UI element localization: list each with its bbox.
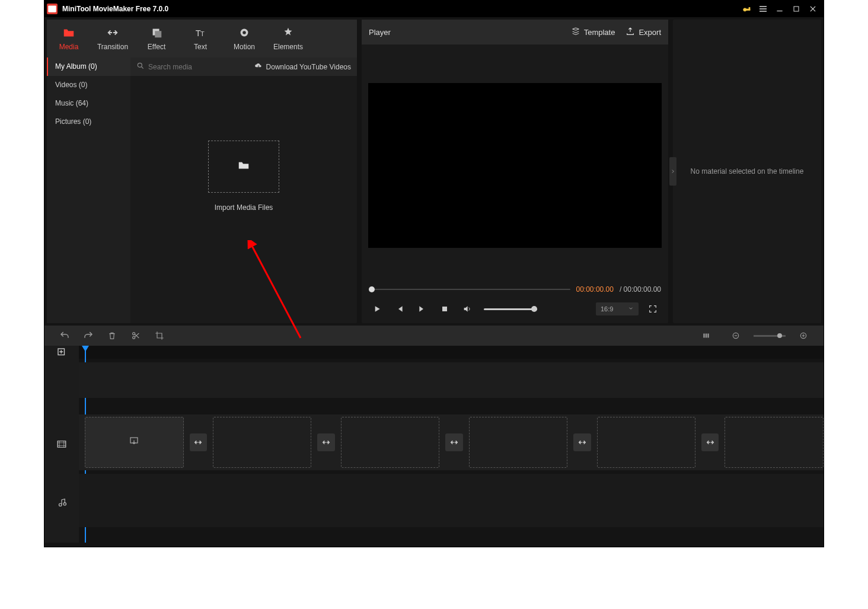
template-button[interactable]: Template [571,27,615,38]
tab-effect-label: Effect [148,43,165,51]
fit-zoom-button[interactable] [694,326,718,346]
transition-slot[interactable] [317,433,334,451]
player-panel: Player Template Export [362,20,668,323]
sidebar-item-music[interactable]: Music (64) [47,94,130,113]
svg-rect-0 [48,5,56,12]
svg-rect-17 [706,334,707,338]
asset-tab-bar: Media Transition Effect TT Text Motion [47,20,357,58]
volume-button[interactable] [459,301,476,317]
aspect-ratio-value: 16:9 [601,305,613,313]
clip-slot[interactable] [469,417,568,468]
svg-rect-4 [794,7,799,11]
edit-toolbar [44,326,824,346]
effects-track[interactable] [79,362,824,398]
timeline-body[interactable] [79,346,824,543]
svg-rect-6 [155,31,161,37]
add-track-button[interactable] [44,346,79,359]
fullscreen-button[interactable] [644,301,661,317]
scrub-thumb[interactable] [369,286,375,292]
tab-transition[interactable]: Transition [91,20,135,58]
media-sidebar: My Album (0) Videos (0) Music (64) Pictu… [47,58,130,323]
sidebar-item-label: Pictures (0) [55,117,91,126]
tab-text[interactable]: TT Text [178,20,222,58]
tab-effect[interactable]: Effect [135,20,178,58]
svg-point-11 [138,63,142,67]
timeline-area [44,326,824,543]
media-panel: Media Transition Effect TT Text Motion [47,20,357,323]
upgrade-key-icon[interactable] [738,1,755,17]
collapse-handle[interactable] [669,157,676,186]
clip-slot[interactable] [341,417,440,468]
clip-slot[interactable] [213,417,312,468]
search-input[interactable] [148,63,250,71]
template-icon [571,27,580,38]
close-button[interactable] [805,1,821,17]
svg-text:T: T [200,30,205,37]
transition-slot[interactable] [190,433,207,451]
sidebar-item-label: Videos (0) [55,81,87,89]
svg-rect-16 [703,334,704,338]
transition-slot[interactable] [701,433,719,451]
properties-empty-message: No material selected on the timeline [691,167,804,176]
next-frame-button[interactable] [414,301,430,317]
tab-media[interactable]: Media [47,20,91,58]
transition-slot[interactable] [573,433,591,451]
volume-slider[interactable] [484,308,537,310]
zoom-out-button[interactable] [724,326,748,346]
tab-elements[interactable]: Elements [266,20,310,58]
transition-slot[interactable] [445,433,462,451]
split-button[interactable] [124,326,148,346]
timeline-gutter [44,346,79,543]
download-youtube-label: Download YouTube Videos [266,63,351,71]
cloud-download-icon [254,62,263,72]
zoom-in-button[interactable] [792,326,815,346]
chevron-down-icon [628,305,634,313]
export-label: Export [639,28,661,37]
svg-point-10 [242,31,246,34]
timeline-ruler[interactable] [79,346,824,359]
scrub-slider[interactable] [369,289,570,290]
delete-button[interactable] [100,326,124,346]
import-media-label: Import Media Files [215,203,273,212]
tab-text-label: Text [194,43,207,51]
zoom-thumb[interactable] [777,333,782,338]
app-title: MiniTool MovieMaker Free 7.0.0 [62,5,168,13]
undo-button[interactable] [53,326,76,346]
video-preview[interactable] [368,83,662,248]
sidebar-item-videos[interactable]: Videos (0) [47,76,130,94]
crop-button[interactable] [148,326,171,346]
export-button[interactable]: Export [626,27,661,38]
template-label: Template [584,28,615,37]
sidebar-item-label: Music (64) [55,99,88,107]
volume-thumb[interactable] [531,306,537,312]
svg-rect-18 [707,334,709,338]
sidebar-item-pictures[interactable]: Pictures (0) [47,113,130,131]
minimize-button[interactable] [771,1,788,17]
tab-transition-label: Transition [97,43,128,51]
svg-rect-22 [58,441,66,448]
prev-frame-button[interactable] [391,301,408,317]
menu-button[interactable] [755,1,771,17]
sidebar-item-my-album[interactable]: My Album (0) [47,58,130,76]
time-total: / 00:00:00.00 [620,285,661,294]
redo-button[interactable] [76,326,100,346]
audio-track[interactable] [79,474,824,527]
search-icon [136,62,145,72]
clip-slot[interactable] [597,417,696,468]
tab-elements-label: Elements [273,43,303,51]
stop-button[interactable] [436,301,453,317]
tab-motion[interactable]: Motion [222,20,266,58]
export-icon [626,27,635,38]
maximize-button[interactable] [788,1,805,17]
video-track[interactable] [79,414,824,470]
aspect-ratio-select[interactable]: 16:9 [596,302,639,315]
play-button[interactable] [369,301,385,317]
clip-slot[interactable] [725,417,824,468]
zoom-slider[interactable] [754,335,786,337]
audio-track-icon [44,474,79,533]
import-media-dropzone[interactable] [208,141,279,193]
clip-slot[interactable] [85,417,184,468]
titlebar: MiniTool MovieMaker Free 7.0.0 [44,1,824,17]
video-track-icon [44,414,79,474]
download-youtube-link[interactable]: Download YouTube Videos [254,62,351,72]
